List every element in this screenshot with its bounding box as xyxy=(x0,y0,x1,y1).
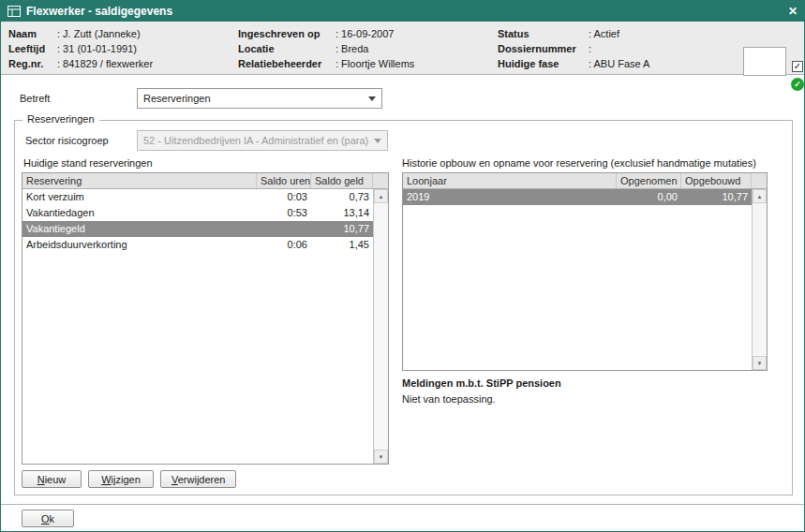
field-label: Ingeschreven op xyxy=(238,26,335,41)
window-title: Flexwerker - saldigegevens xyxy=(26,5,172,18)
window-icon xyxy=(7,6,21,17)
field-value: : xyxy=(589,43,591,54)
button-label: Nieuw xyxy=(37,474,67,485)
cell-saldo-uren: 0:03 xyxy=(257,189,311,205)
field-value: : J. Zutt (Janneke) xyxy=(57,28,141,39)
field-label: Relatiebeheerder xyxy=(238,56,335,71)
chevron-down-icon xyxy=(368,96,376,101)
table-row-selected[interactable]: Vakantiegeld 10,77 xyxy=(22,221,375,237)
column-header[interactable]: Opgenomen xyxy=(617,173,681,188)
field-value: : Actief xyxy=(589,28,619,39)
button-label: Ok xyxy=(41,513,54,525)
header-col-3: Status: Actief Dossiernummer: Huidige fa… xyxy=(498,26,649,71)
groupbox-title: Reserveringen xyxy=(22,113,99,125)
field-label: Status xyxy=(498,26,589,41)
scroll-up-icon[interactable]: ▲ xyxy=(753,189,767,203)
meldingen-text: Niet van toepassing. xyxy=(402,393,496,405)
vertical-scrollbar[interactable]: ▲ ▼ xyxy=(752,189,767,370)
header-panel: Naam: J. Zutt (Janneke) Leeftijd: 31 (01… xyxy=(1,22,804,75)
nieuw-button[interactable]: Nieuw xyxy=(22,470,82,488)
status-check-icon: ✓ xyxy=(791,78,804,91)
column-header[interactable]: Loonjaar xyxy=(403,173,617,188)
table-row[interactable]: Vakantiedagen 0:53 13,14 xyxy=(22,205,388,221)
verwijderen-button[interactable]: Verwijderen xyxy=(160,470,236,488)
table-header-row: Loonjaar Opgenomen Opgebouwd xyxy=(403,173,767,189)
cell-saldo-geld: 1,45 xyxy=(311,237,373,253)
cell-saldo-uren: 0:06 xyxy=(257,237,311,253)
field-label: Huidige fase xyxy=(498,56,589,71)
betreft-select[interactable]: Reserveringen xyxy=(137,88,382,109)
cell-reservering: Kort verzuim xyxy=(22,189,257,205)
scroll-down-icon[interactable]: ▼ xyxy=(753,356,767,370)
table-row-selected[interactable]: 2019 0,00 10,77 xyxy=(403,189,752,205)
header-col-1: Naam: J. Zutt (Janneke) Leeftijd: 31 (01… xyxy=(8,26,153,71)
cell-saldo-geld: 13,14 xyxy=(311,205,373,221)
cell-opgebouwd: 10,77 xyxy=(681,189,752,205)
cell-loonjaar: 2019 xyxy=(403,189,617,205)
header-col-2: Ingeschreven op: 16-09-2007 Locatie: Bre… xyxy=(238,26,414,71)
field-label: Reg.nr. xyxy=(8,56,57,71)
column-header-spacer xyxy=(373,173,388,188)
dialog-flexwerker-saldigegevens: Flexwerker - saldigegevens ✕ Naam: J. Zu… xyxy=(0,0,805,532)
cell-saldo-uren: 0:53 xyxy=(257,205,311,221)
history-table-caption: Historie opbouw en opname voor reserveri… xyxy=(402,157,756,169)
cell-saldo-uren xyxy=(257,221,311,237)
field-value: : 31 (01-01-1991) xyxy=(57,43,137,54)
button-label: Verwijderen xyxy=(171,474,225,485)
sector-select: 52 - Uitzendbedrijven IA - Administratie… xyxy=(137,130,388,151)
field-label: Leeftijd xyxy=(8,41,57,56)
button-label: Wijzigen xyxy=(101,474,141,485)
photo-placeholder xyxy=(743,47,786,76)
chevron-down-icon xyxy=(374,139,381,143)
cell-reservering: Arbeidsduurverkorting xyxy=(22,237,257,253)
sector-value: 52 - Uitzendbedrijven IA - Administratie… xyxy=(143,135,368,146)
column-header-spacer xyxy=(752,173,767,188)
column-header[interactable]: Saldo geld xyxy=(311,173,373,188)
close-icon[interactable]: ✕ xyxy=(788,6,798,17)
field-label: Dossiernummer xyxy=(498,41,589,56)
cell-opgenomen: 0,00 xyxy=(617,189,681,205)
field-label: Naam xyxy=(8,26,57,41)
field-value: : ABU Fase A xyxy=(589,58,649,69)
meldingen-title: Meldingen m.b.t. StiPP pensioen xyxy=(402,377,561,389)
history-table: Loonjaar Opgenomen Opgebouwd 2019 0,00 1… xyxy=(402,172,768,371)
cell-saldo-geld: 10,77 xyxy=(311,221,373,237)
header-checkbox[interactable]: ✓ xyxy=(792,61,803,72)
cell-saldo-geld: 0,73 xyxy=(311,189,373,205)
cell-reservering: Vakantiegeld xyxy=(22,221,257,237)
betreft-label: Betreft xyxy=(20,93,50,104)
field-label: Locatie xyxy=(238,41,335,56)
table-row[interactable]: Kort verzuim 0:03 0,73 xyxy=(22,189,388,205)
scroll-down-icon[interactable]: ▼ xyxy=(374,450,388,464)
vertical-scrollbar[interactable]: ▲ ▼ xyxy=(373,189,388,464)
column-header[interactable]: Saldo uren xyxy=(257,173,311,188)
cell-reservering: Vakantiedagen xyxy=(22,205,257,221)
field-value: : Breda xyxy=(335,43,368,54)
betreft-value: Reserveringen xyxy=(143,93,363,104)
field-value: : Floortje Willems xyxy=(335,58,414,69)
current-table-caption: Huidige stand reserveringen xyxy=(23,157,153,169)
titlebar[interactable]: Flexwerker - saldigegevens ✕ xyxy=(1,1,804,22)
field-value: : 841829 / flexwerker xyxy=(57,58,153,69)
scroll-up-icon[interactable]: ▲ xyxy=(374,189,388,203)
table-row[interactable]: Arbeidsduurverkorting 0:06 1,45 xyxy=(22,237,388,253)
field-value: : 16-09-2007 xyxy=(335,28,394,39)
wijzigen-button[interactable]: Wijzigen xyxy=(88,470,154,488)
column-header[interactable]: Reservering xyxy=(22,173,257,188)
column-header[interactable]: Opgebouwd xyxy=(681,173,752,188)
sector-label: Sector risicogroep xyxy=(25,135,109,146)
current-reservations-table: Reservering Saldo uren Saldo geld Kort v… xyxy=(22,172,389,465)
bottom-bar xyxy=(1,504,804,531)
table-header-row: Reservering Saldo uren Saldo geld xyxy=(22,173,388,189)
ok-button[interactable]: Ok xyxy=(22,510,74,527)
